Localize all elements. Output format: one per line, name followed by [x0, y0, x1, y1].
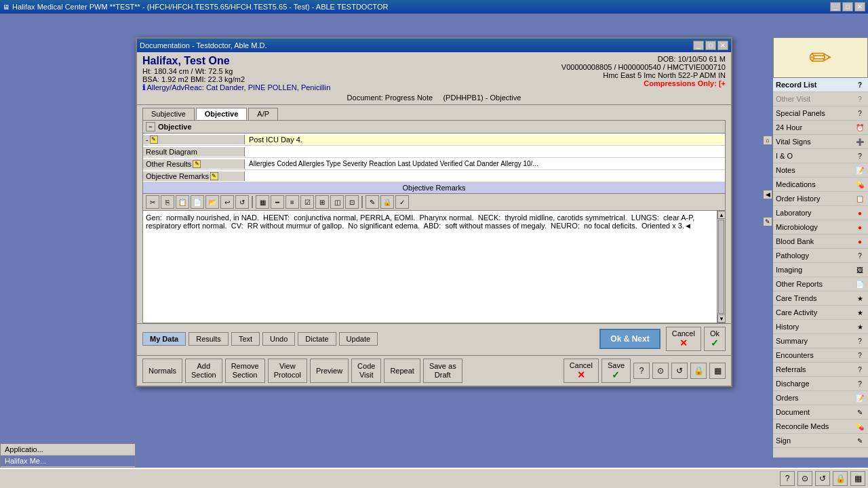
normals-button[interactable]: Normals: [142, 359, 182, 383]
right-panel-microbiology[interactable]: Microbiology ●: [773, 220, 868, 235]
right-panel-care-trends[interactable]: Care Trends ★: [773, 291, 868, 306]
toolbar-table[interactable]: ▦: [256, 195, 269, 209]
right-panel-collapse-btn[interactable]: ◀: [763, 190, 772, 199]
system-icons: ? ⊙ ↺ 🔒 ▦: [777, 468, 868, 488]
edit-icon-0[interactable]: ✎: [150, 136, 158, 144]
right-panel-record-list[interactable]: Record List ?: [773, 78, 868, 92]
right-panel-history[interactable]: History ★: [773, 320, 868, 334]
sys-help-btn[interactable]: ?: [780, 471, 795, 486]
minimize-btn[interactable]: _: [830, 2, 841, 12]
right-panel-home-btn[interactable]: ⌂: [763, 136, 772, 145]
cancel-button[interactable]: Cancel ✕: [666, 327, 701, 351]
dialog-close-btn[interactable]: ✕: [717, 41, 728, 50]
toolbar-paste[interactable]: 📋: [176, 195, 189, 209]
toolbar-open[interactable]: 📂: [205, 195, 219, 209]
toolbar-cut[interactable]: ✂: [146, 195, 159, 209]
edit-icon-3[interactable]: ✎: [210, 172, 218, 180]
right-panel-pathology[interactable]: Pathology ?: [773, 249, 868, 263]
grid-icon-btn[interactable]: ▦: [709, 363, 726, 379]
dictate-button[interactable]: Dictate: [298, 332, 336, 346]
view-protocol-button[interactable]: ViewProtocol: [268, 359, 307, 383]
toolbar-box[interactable]: ◫: [330, 195, 344, 209]
remove-section-button[interactable]: RemoveSection: [225, 359, 265, 383]
bottom-save-button[interactable]: Save ✓: [601, 359, 631, 383]
dialog-minimize-btn[interactable]: _: [693, 41, 704, 50]
toolbar-frame[interactable]: ⊡: [345, 195, 359, 209]
right-panel-24-hour[interactable]: 24 Hour ⏰: [773, 121, 868, 135]
results-button[interactable]: Results: [189, 332, 229, 346]
right-panel-other-visit[interactable]: Other Visit ?: [773, 92, 868, 106]
sys-info-btn[interactable]: ⊙: [797, 471, 812, 486]
right-panel-order-history[interactable]: Order History 📋: [773, 192, 868, 206]
right-panel-summary[interactable]: Summary ?: [773, 334, 868, 348]
right-panel-medications[interactable]: Medications 💊: [773, 178, 868, 192]
allergy-icon: ℹ: [142, 83, 145, 92]
dialog-maximize-btn[interactable]: □: [705, 41, 716, 50]
maximize-btn[interactable]: □: [842, 2, 853, 12]
right-panel-orders[interactable]: Orders 📝: [773, 391, 868, 405]
toolbar-copy[interactable]: ⎘: [161, 195, 174, 209]
toolbar-list[interactable]: ≡: [285, 195, 299, 209]
toolbar-check[interactable]: ☑: [300, 195, 314, 209]
text-scrollbar[interactable]: ▲ ▼: [717, 211, 725, 323]
right-panel-sign[interactable]: Sign ✎: [773, 434, 868, 448]
toolbar-line[interactable]: ━: [271, 195, 284, 209]
sys-lock-btn[interactable]: 🔒: [833, 471, 848, 486]
scrollbar-down-btn[interactable]: ▼: [717, 314, 726, 323]
remarks-textarea[interactable]: Gen: normally nourished, in NAD. HEENT: …: [143, 211, 717, 323]
ok-button[interactable]: Ok ✓: [704, 327, 726, 351]
tab-objective[interactable]: Objective: [196, 108, 248, 120]
tab-subjective[interactable]: Subjective: [142, 108, 195, 120]
taskbar: [0, 468, 868, 488]
save-as-draft-button[interactable]: Save asDraft: [423, 359, 462, 383]
referrals-label: Referrals: [776, 365, 854, 373]
collapse-button[interactable]: −: [146, 122, 155, 131]
scrollbar-up-btn[interactable]: ▲: [717, 211, 726, 219]
right-panel-encounters[interactable]: Encounters ?: [773, 348, 868, 363]
right-panel-other-reports[interactable]: Other Reports 📄: [773, 277, 868, 291]
sys-refresh-btn[interactable]: ↺: [815, 471, 830, 486]
toolbar-confirm[interactable]: ✓: [395, 195, 409, 209]
right-panel-vital-signs[interactable]: Vital Signs ➕: [773, 135, 868, 149]
right-panel-reconcile-meds[interactable]: Reconcile Meds 💊: [773, 420, 868, 434]
preview-button[interactable]: Preview: [310, 359, 349, 383]
edit-icon-2[interactable]: ✎: [193, 160, 201, 168]
right-panel-i-and-o[interactable]: I & O ?: [773, 149, 868, 163]
toolbar-grid[interactable]: ⊞: [315, 195, 329, 209]
right-panel-referrals[interactable]: Referrals ?: [773, 363, 868, 377]
code-visit-button[interactable]: CodeVisit: [351, 359, 381, 383]
halifax-item[interactable]: Halifax Me...: [1, 455, 135, 467]
toolbar-new[interactable]: 📄: [191, 195, 204, 209]
bottom-cancel-button[interactable]: Cancel ✕: [564, 359, 599, 383]
toolbar-redo[interactable]: ↺: [235, 195, 249, 209]
scrollbar-thumb[interactable]: [718, 220, 724, 314]
sys-grid-btn[interactable]: ▦: [850, 471, 865, 486]
add-section-button[interactable]: AddSection: [185, 359, 222, 383]
right-panel-care-activity[interactable]: Care Activity ★: [773, 306, 868, 320]
right-panel-expand-btn[interactable]: ✎: [763, 217, 772, 226]
right-panel-document[interactable]: Document ✎: [773, 405, 868, 420]
pathology-icon: ?: [854, 250, 865, 261]
right-panel-special-panels[interactable]: Special Panels ?: [773, 106, 868, 121]
help-icon-btn[interactable]: ?: [633, 363, 650, 379]
toolbar-undo[interactable]: ↩: [220, 195, 234, 209]
my-data-button[interactable]: My Data: [142, 332, 186, 346]
toolbar-edit[interactable]: ✎: [366, 195, 379, 209]
toolbar-lock[interactable]: 🔒: [380, 195, 394, 209]
undo-button[interactable]: Undo: [262, 332, 295, 346]
tab-ap[interactable]: A/P: [248, 108, 278, 120]
update-button[interactable]: Update: [339, 332, 378, 346]
right-panel-notes[interactable]: Notes 📝: [773, 163, 868, 178]
repeat-button[interactable]: Repeat: [384, 359, 420, 383]
refresh-icon-btn[interactable]: ↺: [671, 363, 688, 379]
right-panel-imaging[interactable]: Imaging 🖼: [773, 263, 868, 277]
right-panel-laboratory[interactable]: Laboratory ●: [773, 206, 868, 220]
applications-item[interactable]: Applicatio...: [1, 444, 135, 455]
ok-next-button[interactable]: Ok & Next: [599, 329, 660, 349]
right-panel-blood-bank[interactable]: Blood Bank ●: [773, 235, 868, 249]
text-button[interactable]: Text: [231, 332, 260, 346]
right-panel-discharge[interactable]: Discharge ?: [773, 377, 868, 391]
lock-icon-btn[interactable]: 🔒: [690, 363, 707, 379]
close-btn[interactable]: ✕: [854, 2, 865, 12]
info-icon-btn[interactable]: ⊙: [652, 363, 669, 379]
